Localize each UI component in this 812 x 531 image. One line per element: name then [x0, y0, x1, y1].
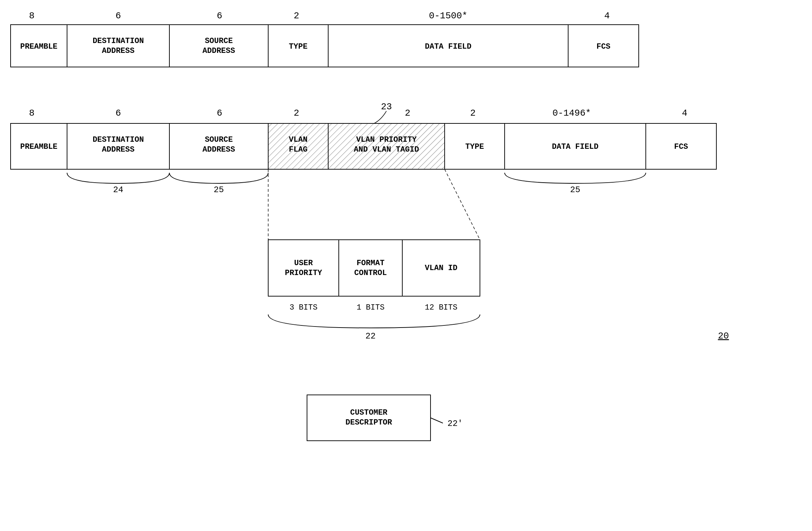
svg-text:ADDRESS: ADDRESS: [203, 47, 235, 55]
svg-text:USER: USER: [294, 259, 313, 268]
svg-text:DESTINATION: DESTINATION: [92, 37, 144, 45]
svg-rect-56: [339, 240, 402, 296]
svg-text:DESCRIPTOR: DESCRIPTOR: [345, 418, 392, 427]
svg-rect-38: [268, 123, 328, 169]
svg-rect-31: [67, 123, 169, 169]
diagram-container: 8 6 6 2 0-1500* 4 PREAMBLE DESTINATION A…: [0, 0, 812, 531]
svg-text:24: 24: [113, 185, 124, 195]
svg-text:0-1500*: 0-1500*: [429, 11, 467, 21]
svg-text:22: 22: [366, 331, 376, 341]
svg-rect-16: [328, 25, 568, 67]
svg-rect-46: [505, 123, 646, 169]
svg-text:VLAN PRIORITY: VLAN PRIORITY: [356, 135, 417, 144]
svg-text:6: 6: [217, 11, 222, 21]
svg-rect-18: [568, 25, 639, 67]
svg-text:12 BITS: 12 BITS: [425, 303, 457, 312]
svg-text:2: 2: [294, 108, 299, 118]
svg-text:PRIORITY: PRIORITY: [285, 269, 322, 277]
svg-text:VLAN: VLAN: [289, 135, 308, 144]
svg-text:20: 20: [718, 331, 729, 341]
svg-text:2: 2: [470, 108, 476, 118]
svg-text:TYPE: TYPE: [465, 142, 484, 151]
svg-text:0-1496*: 0-1496*: [552, 108, 591, 118]
svg-text:8: 8: [29, 108, 35, 118]
svg-rect-6: [11, 25, 67, 67]
svg-text:25: 25: [570, 185, 581, 195]
svg-rect-8: [67, 25, 169, 67]
svg-text:DATA FIELD: DATA FIELD: [552, 142, 599, 151]
svg-rect-34: [169, 123, 268, 169]
svg-text:4: 4: [682, 108, 687, 118]
svg-text:6: 6: [115, 108, 121, 118]
svg-text:VLAN ID: VLAN ID: [425, 264, 457, 273]
svg-text:1 BITS: 1 BITS: [356, 303, 384, 312]
svg-text:8: 8: [29, 11, 35, 21]
svg-text:SOURCE: SOURCE: [205, 135, 233, 144]
svg-text:FORMAT: FORMAT: [356, 259, 384, 268]
svg-rect-59: [402, 240, 480, 296]
svg-text:SOURCE: SOURCE: [205, 37, 233, 45]
svg-rect-67: [307, 395, 431, 441]
svg-rect-44: [445, 123, 505, 169]
svg-text:25: 25: [214, 185, 224, 195]
svg-text:FCS: FCS: [596, 42, 610, 51]
svg-text:22': 22': [447, 419, 463, 428]
svg-text:TYPE: TYPE: [289, 42, 308, 51]
svg-text:AND VLAN TAGID: AND VLAN TAGID: [354, 145, 419, 154]
svg-text:3 BITS: 3 BITS: [289, 303, 317, 312]
svg-rect-14: [268, 25, 328, 67]
svg-text:ADDRESS: ADDRESS: [102, 47, 134, 55]
svg-rect-11: [169, 25, 268, 67]
svg-text:6: 6: [115, 11, 121, 21]
svg-text:2: 2: [294, 11, 299, 21]
svg-text:FLAG: FLAG: [289, 145, 308, 154]
svg-rect-29: [11, 123, 67, 169]
svg-text:DATA FIELD: DATA FIELD: [425, 42, 471, 51]
svg-text:ADDRESS: ADDRESS: [102, 145, 134, 154]
svg-text:2: 2: [405, 108, 410, 118]
svg-rect-53: [268, 240, 339, 296]
svg-rect-41: [328, 123, 445, 169]
svg-text:23: 23: [381, 102, 392, 112]
svg-rect-48: [646, 123, 716, 169]
svg-text:CONTROL: CONTROL: [354, 269, 387, 277]
svg-text:DESTINATION: DESTINATION: [92, 135, 144, 144]
svg-text:FCS: FCS: [674, 142, 688, 151]
svg-text:6: 6: [217, 108, 222, 118]
svg-text:4: 4: [604, 11, 610, 21]
svg-text:PREAMBLE: PREAMBLE: [20, 142, 58, 151]
svg-text:PREAMBLE: PREAMBLE: [20, 42, 58, 51]
svg-text:ADDRESS: ADDRESS: [203, 145, 235, 154]
svg-line-66: [445, 169, 480, 240]
svg-text:CUSTOMER: CUSTOMER: [350, 408, 387, 417]
